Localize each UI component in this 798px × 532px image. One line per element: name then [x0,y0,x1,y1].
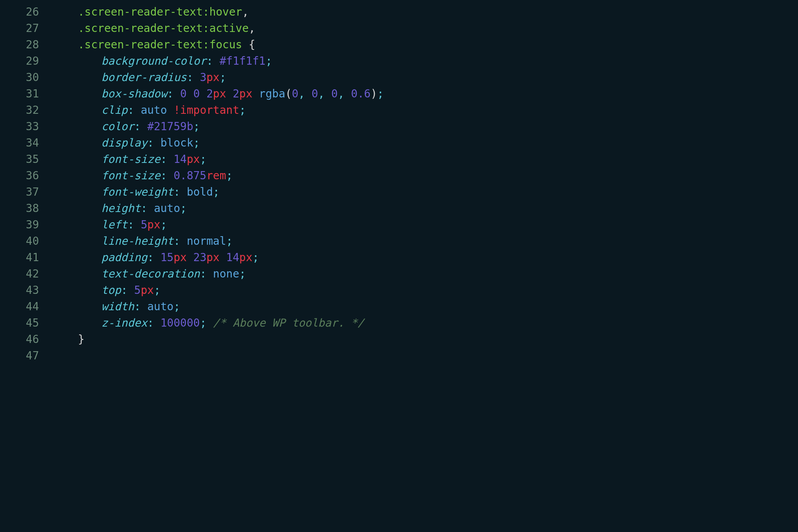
code-line[interactable]: 32 clip: auto !important; [0,102,798,118]
line-number: 42 [0,266,55,282]
code-content: .screen-reader-text:focus { [55,37,798,53]
code-content: z-index: 100000; /* Above WP toolbar. */ [55,315,798,331]
code-line[interactable]: 31 box-shadow: 0 0 2px 2px rgba(0, 0, 0,… [0,86,798,102]
code-line[interactable]: 29 background-color: #f1f1f1; [0,53,798,69]
code-content: .screen-reader-text:hover, [55,4,798,20]
code-editor[interactable]: 26 .screen-reader-text:hover, 27 .screen… [0,4,798,364]
line-number: 39 [0,217,55,233]
code-line[interactable]: 37 font-weight: bold; [0,184,798,200]
code-line[interactable]: 33 color: #21759b; [0,118,798,135]
line-number: 30 [0,69,55,86]
line-number: 38 [0,200,55,217]
code-line[interactable]: 40 line-height: normal; [0,233,798,249]
line-number: 32 [0,102,55,118]
code-line[interactable]: 44 width: auto; [0,299,798,315]
code-content: border-radius: 3px; [55,69,798,86]
line-number: 44 [0,299,55,315]
code-line[interactable]: 28 .screen-reader-text:focus { [0,37,798,53]
code-line[interactable]: 45 z-index: 100000; /* Above WP toolbar.… [0,315,798,331]
code-content: padding: 15px 23px 14px; [55,249,798,266]
code-line[interactable]: 41 padding: 15px 23px 14px; [0,249,798,266]
line-number: 36 [0,168,55,184]
line-number: 37 [0,184,55,200]
line-number: 47 [0,348,55,364]
code-line[interactable]: 36 font-size: 0.875rem; [0,168,798,184]
line-number: 43 [0,282,55,299]
line-number: 46 [0,331,55,348]
code-line[interactable]: 38 height: auto; [0,200,798,217]
line-number: 35 [0,151,55,168]
code-content: height: auto; [55,200,798,217]
code-line[interactable]: 34 display: block; [0,135,798,151]
line-number: 28 [0,37,55,53]
code-content: text-decoration: none; [55,266,798,282]
line-number: 31 [0,86,55,102]
line-number: 34 [0,135,55,151]
code-line[interactable]: 26 .screen-reader-text:hover, [0,4,798,20]
code-content: .screen-reader-text:active, [55,20,798,37]
code-line[interactable]: 46 } [0,331,798,348]
code-content: line-height: normal; [55,233,798,249]
line-number: 27 [0,20,55,37]
code-line[interactable]: 47 [0,348,798,364]
line-number: 29 [0,53,55,69]
code-content: box-shadow: 0 0 2px 2px rgba(0, 0, 0, 0.… [55,86,798,102]
code-line[interactable]: 30 border-radius: 3px; [0,69,798,86]
code-line[interactable]: 27 .screen-reader-text:active, [0,20,798,37]
code-line[interactable]: 35 font-size: 14px; [0,151,798,168]
line-number: 33 [0,118,55,135]
code-content: width: auto; [55,299,798,315]
code-content: } [55,331,798,348]
code-content: font-size: 14px; [55,151,798,168]
code-content: color: #21759b; [55,118,798,135]
code-content: font-size: 0.875rem; [55,168,798,184]
code-line[interactable]: 39 left: 5px; [0,217,798,233]
code-line[interactable]: 43 top: 5px; [0,282,798,299]
line-number: 45 [0,315,55,331]
line-number: 40 [0,233,55,249]
code-content: display: block; [55,135,798,151]
code-content: top: 5px; [55,282,798,299]
code-line[interactable]: 42 text-decoration: none; [0,266,798,282]
line-number: 41 [0,249,55,266]
code-content: background-color: #f1f1f1; [55,53,798,69]
code-content: font-weight: bold; [55,184,798,200]
code-content: clip: auto !important; [55,102,798,118]
code-content: left: 5px; [55,217,798,233]
line-number: 26 [0,4,55,20]
